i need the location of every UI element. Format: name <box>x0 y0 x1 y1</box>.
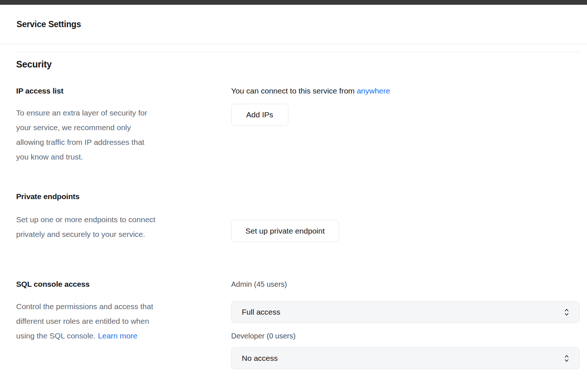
updown-chevron-icon <box>564 354 570 363</box>
ip-access-left-column: IP access list To ensure an extra layer … <box>16 86 231 164</box>
ip-access-list-title: IP access list <box>16 86 231 96</box>
developer-role-label: Developer (0 users) <box>231 331 580 341</box>
ip-access-list-row: IP access list To ensure an extra layer … <box>16 86 580 164</box>
page-title: Service Settings <box>17 19 81 29</box>
admin-access-selected-value: Full access <box>242 308 280 316</box>
page-header: Service Settings <box>0 5 587 44</box>
sql-console-left-column: SQL console access Control the permissio… <box>16 279 231 369</box>
learn-more-link[interactable]: Learn more <box>98 331 137 340</box>
ip-access-description-text: To ensure an extra layer of security for… <box>16 109 147 161</box>
private-endpoints-left-column: Private endpoints Set up one or more end… <box>16 192 231 242</box>
private-endpoints-description-text: Set up one or more endpoints to connect … <box>16 215 155 238</box>
private-endpoints-title: Private endpoints <box>16 192 231 201</box>
connect-status-text: You can connect to this service from <box>231 87 357 95</box>
add-ips-button[interactable]: Add IPs <box>231 104 288 126</box>
security-section-heading: Security <box>16 59 580 70</box>
anywhere-link[interactable]: anywhere <box>357 87 390 95</box>
private-endpoints-description: Set up one or more endpoints to connect … <box>16 212 231 242</box>
section-divider <box>16 52 580 52</box>
setup-private-endpoint-button[interactable]: Set up private endpoint <box>231 220 339 242</box>
developer-access-select[interactable]: No access <box>231 347 580 369</box>
sql-console-access-title: SQL console access <box>16 279 231 289</box>
sql-console-description: Control the permissions and access that … <box>16 299 231 343</box>
ip-access-right-column: You can connect to this service from any… <box>231 86 580 164</box>
admin-access-select[interactable]: Full access <box>231 301 580 323</box>
ip-access-list-description: To ensure an extra layer of security for… <box>16 106 231 164</box>
connect-status-line: You can connect to this service from any… <box>231 86 580 96</box>
top-window-bar <box>0 0 587 5</box>
sql-console-access-row: SQL console access Control the permissio… <box>16 279 580 369</box>
private-endpoints-right-column: Set up private endpoint <box>231 192 580 242</box>
updown-chevron-icon <box>564 308 570 316</box>
settings-content: Security IP access list To ensure an ext… <box>0 59 587 369</box>
admin-role-label: Admin (45 users) <box>231 279 580 289</box>
private-endpoints-row: Private endpoints Set up one or more end… <box>16 192 580 242</box>
sql-console-right-column: Admin (45 users) Full access Developer (… <box>231 279 580 369</box>
developer-access-selected-value: No access <box>242 354 278 363</box>
